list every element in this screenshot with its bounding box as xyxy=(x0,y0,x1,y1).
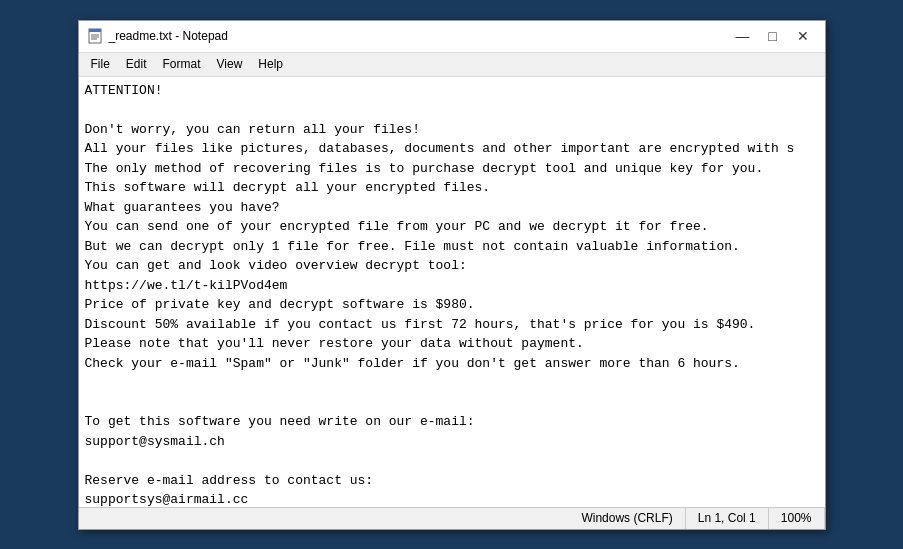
text-editor[interactable]: ATTENTION! Don't worry, you can return a… xyxy=(79,77,825,507)
content-area: ATTENTION! Don't worry, you can return a… xyxy=(79,77,825,507)
position-status: Ln 1, Col 1 xyxy=(686,508,769,529)
window-controls: — □ ✕ xyxy=(729,25,817,47)
menu-help[interactable]: Help xyxy=(250,55,291,73)
svg-rect-1 xyxy=(89,29,101,32)
encoding-status: Windows (CRLF) xyxy=(569,508,685,529)
menu-edit[interactable]: Edit xyxy=(118,55,155,73)
minimize-button[interactable]: — xyxy=(729,25,757,47)
close-button[interactable]: ✕ xyxy=(789,25,817,47)
menu-bar: File Edit Format View Help xyxy=(79,53,825,77)
notepad-window: _readme.txt - Notepad — □ ✕ File Edit Fo… xyxy=(78,20,826,530)
title-bar: _readme.txt - Notepad — □ ✕ xyxy=(79,21,825,53)
zoom-status: 100% xyxy=(769,508,825,529)
notepad-icon xyxy=(87,28,103,44)
window-title: _readme.txt - Notepad xyxy=(109,29,729,43)
maximize-button[interactable]: □ xyxy=(759,25,787,47)
menu-format[interactable]: Format xyxy=(155,55,209,73)
status-bar: Windows (CRLF) Ln 1, Col 1 100% xyxy=(79,507,825,529)
menu-file[interactable]: File xyxy=(83,55,118,73)
menu-view[interactable]: View xyxy=(209,55,251,73)
